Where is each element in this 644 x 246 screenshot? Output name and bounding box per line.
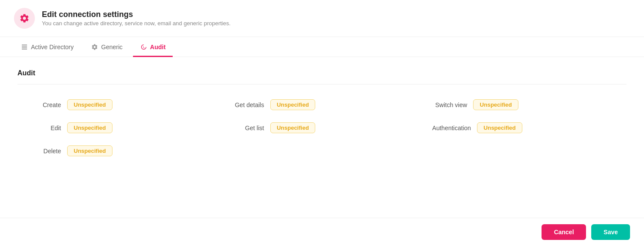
delete-badge: Unspecified [67, 145, 112, 156]
footer-bar: Cancel Save [0, 218, 644, 246]
tab-generic[interactable]: Generic [84, 37, 129, 57]
tab-audit[interactable]: Audit [133, 37, 173, 57]
delete-label: Delete [26, 148, 61, 155]
audit-row-edit: Edit Unspecified [26, 122, 212, 133]
switch-view-badge: Unspecified [473, 99, 518, 110]
edit-label: Edit [26, 125, 61, 131]
authentication-badge: Unspecified [477, 122, 522, 133]
create-label: Create [26, 101, 61, 108]
tabs-bar: Active Directory Generic Audit [0, 37, 644, 57]
audit-row-authentication: Authentication Unspecified [432, 122, 618, 133]
edit-badge: Unspecified [67, 122, 112, 133]
header-text: Edit connection settings You can change … [42, 10, 231, 27]
content-area: Audit Create Unspecified Edit Unspecifie… [0, 57, 644, 169]
table-icon [21, 44, 28, 51]
tab-active-directory-label: Active Directory [31, 44, 74, 51]
cancel-button[interactable]: Cancel [542, 224, 586, 240]
audit-row-get-details: Get details Unspecified [229, 99, 415, 110]
create-badge: Unspecified [67, 99, 112, 110]
header-icon-wrap [14, 8, 35, 29]
tab-generic-label: Generic [101, 44, 123, 51]
page-header: Edit connection settings You can change … [0, 0, 644, 37]
get-details-label: Get details [229, 101, 264, 108]
history-icon [140, 44, 147, 51]
audit-row-delete: Delete Unspecified [26, 145, 212, 156]
gear-settings-icon [19, 13, 30, 24]
authentication-label: Authentication [432, 125, 471, 131]
page-title: Edit connection settings [42, 10, 231, 19]
get-list-label: Get list [229, 125, 264, 131]
audit-grid: Create Unspecified Edit Unspecified Dele… [17, 95, 627, 161]
audit-column-2: Get details Unspecified Get list Unspeci… [221, 95, 424, 161]
switch-view-label: Switch view [432, 101, 467, 108]
generic-gear-icon [91, 44, 98, 51]
audit-column-1: Create Unspecified Edit Unspecified Dele… [17, 95, 221, 161]
tab-audit-label: Audit [150, 44, 166, 51]
save-button[interactable]: Save [591, 224, 630, 240]
get-details-badge: Unspecified [270, 99, 316, 110]
get-list-badge: Unspecified [270, 122, 316, 133]
audit-row-switch-view: Switch view Unspecified [432, 99, 618, 110]
audit-row-create: Create Unspecified [26, 99, 212, 110]
audit-column-3: Switch view Unspecified Authentication U… [423, 95, 627, 161]
audit-row-get-list: Get list Unspecified [229, 122, 415, 133]
audit-section-title: Audit [17, 69, 627, 84]
page-subtitle: You can change active directory, service… [42, 20, 231, 27]
tab-active-directory[interactable]: Active Directory [14, 37, 81, 57]
